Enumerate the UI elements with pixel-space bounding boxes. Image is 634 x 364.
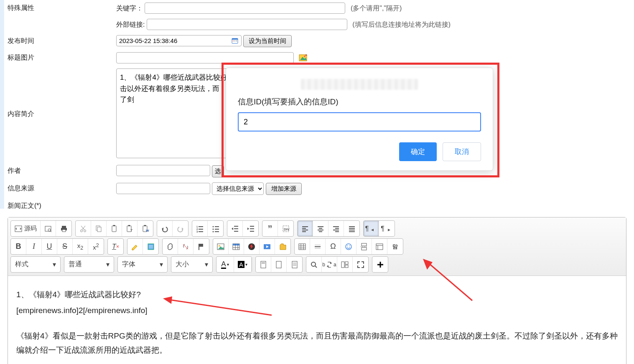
maximize-button[interactable] bbox=[353, 257, 368, 272]
svg-rect-101 bbox=[362, 243, 367, 246]
print-button[interactable] bbox=[56, 221, 71, 236]
flash-button[interactable] bbox=[244, 239, 260, 254]
pagebreak-button[interactable] bbox=[356, 239, 372, 254]
style-combo[interactable]: 样式▾ bbox=[10, 256, 61, 273]
svg-rect-24 bbox=[128, 225, 130, 226]
indent-button[interactable] bbox=[243, 221, 258, 236]
align-justify-button[interactable] bbox=[344, 221, 359, 236]
find-button[interactable] bbox=[306, 257, 322, 272]
svg-rect-77 bbox=[199, 244, 203, 247]
add-source-button[interactable]: 增加来源 bbox=[266, 183, 302, 195]
underline-button[interactable]: U bbox=[42, 239, 57, 254]
modal-id-input[interactable] bbox=[238, 112, 481, 131]
svg-marker-116 bbox=[331, 262, 332, 264]
source-input[interactable] bbox=[116, 183, 210, 194]
author-select-button[interactable]: 选 bbox=[212, 165, 224, 177]
paste-text-button[interactable]: T bbox=[122, 221, 137, 236]
titlepic-input[interactable] bbox=[116, 52, 294, 63]
svg-rect-118 bbox=[341, 262, 344, 268]
set-now-button[interactable]: 设为当前时间 bbox=[243, 35, 292, 47]
iframe-button[interactable] bbox=[372, 239, 387, 254]
modal-ok-button[interactable]: 确定 bbox=[399, 142, 437, 161]
paste-word-button[interactable]: W bbox=[137, 221, 153, 236]
table-icon-button[interactable] bbox=[229, 239, 244, 254]
numbered-list-button[interactable]: 123 bbox=[192, 221, 208, 236]
image-button[interactable] bbox=[213, 239, 229, 254]
author-label: 作者 bbox=[0, 162, 113, 179]
extlink-input[interactable] bbox=[147, 19, 347, 30]
pubtime-input[interactable] bbox=[116, 35, 242, 46]
media-button[interactable] bbox=[260, 239, 275, 254]
svg-rect-119 bbox=[345, 262, 348, 264]
editor-content-area[interactable]: 1、《辐射4》哪些近战武器比较好? [empirenews.info]2[/em… bbox=[8, 276, 626, 364]
italic-button[interactable]: I bbox=[26, 239, 42, 254]
file-button[interactable] bbox=[275, 239, 290, 254]
svg-rect-20 bbox=[97, 227, 101, 232]
bullet-list-button[interactable] bbox=[208, 221, 223, 236]
cut-button[interactable] bbox=[76, 221, 91, 236]
emoji-button[interactable] bbox=[341, 239, 356, 254]
align-center-button[interactable] bbox=[313, 221, 328, 236]
svg-rect-12 bbox=[62, 226, 66, 228]
text-color-button[interactable]: A▾ bbox=[216, 257, 234, 272]
svg-point-114 bbox=[311, 262, 316, 266]
svg-rect-104 bbox=[376, 244, 383, 250]
svg-marker-69 bbox=[371, 229, 374, 231]
show-blocks-button[interactable] bbox=[337, 257, 353, 272]
subscript-button[interactable]: x2 bbox=[73, 239, 88, 254]
source-code-button[interactable]: 源码 bbox=[11, 221, 41, 236]
content-paragraph: 《辐射4》看似是一款射击RPG类的游戏，但是它除了射击以外还有着很多另类玩法，而… bbox=[16, 329, 618, 357]
template3-button[interactable] bbox=[287, 257, 302, 272]
link-button[interactable] bbox=[163, 239, 178, 254]
insert-info-button[interactable] bbox=[372, 257, 388, 272]
div-button[interactable]: DIV bbox=[278, 221, 293, 236]
blockquote-button[interactable]: ” bbox=[262, 221, 278, 236]
svg-point-15 bbox=[81, 230, 83, 232]
svg-text:W: W bbox=[146, 229, 149, 233]
modal-cancel-button[interactable]: 取消 bbox=[443, 142, 481, 161]
calendar-icon[interactable] bbox=[232, 38, 238, 44]
svg-rect-90 bbox=[299, 244, 306, 250]
svg-line-17 bbox=[82, 226, 85, 230]
svg-point-7 bbox=[304, 56, 306, 57]
unlink-button[interactable] bbox=[178, 239, 194, 254]
author-input[interactable] bbox=[116, 165, 210, 176]
horizontal-rule-button[interactable] bbox=[310, 239, 326, 254]
select-all-button[interactable] bbox=[143, 239, 158, 254]
anchor-button[interactable] bbox=[194, 239, 209, 254]
replace-button[interactable]: ba bbox=[322, 257, 337, 272]
rtl-button[interactable]: ¶ bbox=[379, 221, 395, 236]
insert-info-modal: 信息ID(填写要插入的信息ID) 确定 取消 bbox=[226, 68, 493, 171]
copy-button[interactable] bbox=[91, 221, 107, 236]
insert-table-button[interactable] bbox=[295, 239, 310, 254]
format-combo[interactable]: 普通▾ bbox=[64, 256, 114, 273]
svg-rect-2 bbox=[233, 40, 234, 41]
font-combo[interactable]: 字体▾ bbox=[117, 256, 168, 273]
redo-button[interactable] bbox=[173, 221, 188, 236]
size-combo[interactable]: 大小▾ bbox=[171, 256, 213, 273]
svg-rect-107 bbox=[261, 261, 266, 268]
ltr-button[interactable]: ¶ bbox=[364, 221, 379, 236]
superscript-button[interactable]: x2 bbox=[88, 239, 104, 254]
keyword-input[interactable] bbox=[145, 3, 345, 14]
paste-button[interactable] bbox=[107, 221, 122, 236]
highlight-button[interactable] bbox=[127, 239, 143, 254]
bg-color-button[interactable]: A▾ bbox=[234, 257, 252, 272]
svg-rect-120 bbox=[345, 265, 348, 268]
source-select[interactable]: 选择信息来源 bbox=[212, 182, 264, 195]
bold-button[interactable]: B bbox=[11, 239, 26, 254]
remove-format-button[interactable]: T× bbox=[108, 239, 123, 254]
template1-button[interactable] bbox=[256, 257, 271, 272]
template2-button[interactable] bbox=[271, 257, 287, 272]
outdent-button[interactable] bbox=[227, 221, 243, 236]
image-picker-icon[interactable] bbox=[299, 53, 308, 63]
special-char-button[interactable]: Ω bbox=[326, 239, 341, 254]
preview-button[interactable] bbox=[41, 221, 56, 236]
align-left-button[interactable] bbox=[298, 221, 313, 236]
code-button[interactable]: 맘 bbox=[387, 239, 403, 254]
align-right-button[interactable] bbox=[328, 221, 344, 236]
svg-rect-21 bbox=[112, 226, 116, 232]
strikethrough-button[interactable]: S bbox=[57, 239, 73, 254]
undo-button[interactable] bbox=[157, 221, 173, 236]
content-line-2-tag: [empirenews.info]2[/empirenews.info] bbox=[16, 303, 148, 318]
